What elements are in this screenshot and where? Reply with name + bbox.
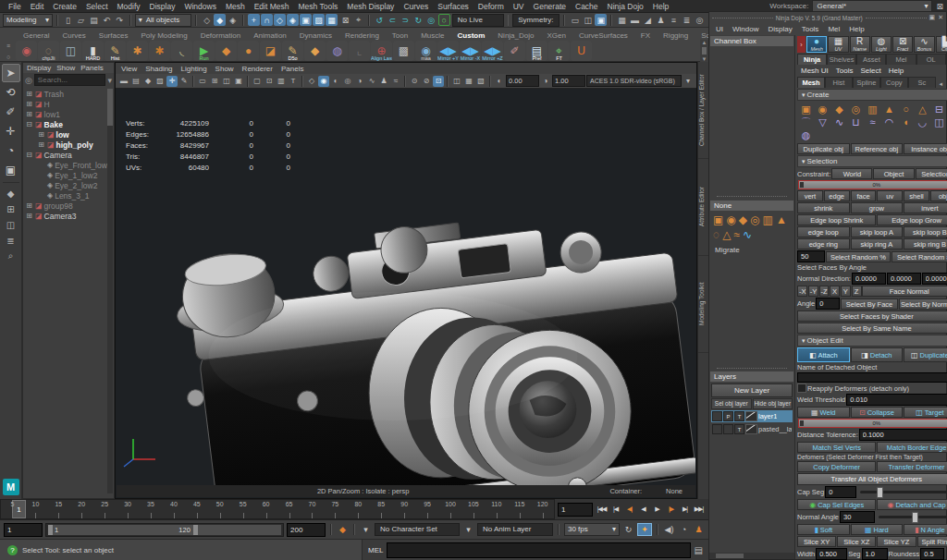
snapshot-icon[interactable]: ▦ xyxy=(463,76,474,87)
live-surface-field[interactable]: No Live Surface xyxy=(452,14,504,27)
shaded-icon[interactable]: ◉ xyxy=(318,76,329,87)
transfer-all-deformers-button[interactable]: Transfer All Object Deformers xyxy=(797,473,947,485)
create-stack-icon[interactable]: ⊟ xyxy=(933,103,945,115)
frame-tick[interactable]: 75 xyxy=(324,500,347,518)
create-bow-icon[interactable]: ◡ xyxy=(916,116,929,128)
layers-header[interactable]: Layers xyxy=(710,371,793,382)
snap-grid-icon[interactable]: + xyxy=(248,14,260,26)
pin-shelf-icon[interactable]: ◟ xyxy=(171,41,192,61)
create-mountain-icon[interactable]: ▽ xyxy=(817,116,829,128)
outliner-item[interactable]: Lens_3_1 xyxy=(25,190,114,201)
mesh-menu-item[interactable]: Help xyxy=(889,67,904,75)
shelf-tab[interactable]: Toon xyxy=(386,31,414,40)
shelf-tab[interactable]: Rigging xyxy=(657,31,695,40)
four-pane-layout-button[interactable]: ⊞ xyxy=(2,201,20,216)
open-scene-icon[interactable]: ▱ xyxy=(75,14,87,26)
outliner-item[interactable]: ⊞ low1 xyxy=(25,109,114,119)
play-backwards-button[interactable]: ◀ xyxy=(636,503,650,517)
angle-field[interactable] xyxy=(816,298,840,310)
new-layer-button[interactable]: New Layer xyxy=(711,383,793,397)
viewport-menu-item[interactable]: Renderer xyxy=(242,65,273,73)
sidebar-vertical-tab[interactable]: Channel Box / Layer Editor xyxy=(698,62,708,159)
rotate-tool[interactable]: ◔ xyxy=(2,141,20,160)
mesh-sub-tab[interactable]: Spline xyxy=(853,77,880,88)
lasso-tool[interactable]: ⟲ xyxy=(2,83,20,102)
grease-pencil-icon[interactable]: ✎ xyxy=(178,76,190,87)
new-scene-icon[interactable]: ▯ xyxy=(62,14,74,26)
create-plane-icon[interactable]: ◫ xyxy=(933,116,945,128)
evaluation-graph-icon[interactable]: ◢ xyxy=(642,14,654,26)
stereo-icon[interactable]: ◫ xyxy=(451,76,462,87)
component-mode-button[interactable]: edge xyxy=(824,190,850,201)
output-connections-icon[interactable]: ⊃ xyxy=(400,14,412,26)
menu-item[interactable]: Mesh Tools xyxy=(294,2,343,11)
shelf-scrollbar[interactable]: ▲▼ xyxy=(700,40,708,62)
shelf-tab[interactable]: Deformation xyxy=(194,31,248,40)
selection-section-header[interactable]: Selection xyxy=(797,155,947,167)
outliner-menu-item[interactable]: Show xyxy=(56,64,75,72)
slice-button[interactable]: Split Ring xyxy=(917,536,947,547)
outliner-item[interactable]: ⊞ low xyxy=(25,129,114,140)
weld-action-button[interactable]: ⊡ Collapse xyxy=(851,407,904,418)
ft-shelf-icon[interactable]: ⌖ FT xyxy=(548,41,570,61)
create-action-button[interactable]: Duplicate obj xyxy=(797,143,850,154)
symmetry-field[interactable]: Symmetry: Off xyxy=(512,14,560,27)
menu-item[interactable]: File xyxy=(4,2,26,11)
slider-handle[interactable] xyxy=(912,512,918,523)
create-arc-icon[interactable]: ⌒ xyxy=(800,116,812,128)
expand-toggle-icon[interactable]: ⊟ xyxy=(25,120,33,128)
viewport-camera-icon[interactable]: ▬ xyxy=(118,76,129,87)
edge-softness-button[interactable]: ▮ N Angle xyxy=(904,524,947,535)
constraint-button[interactable]: Selection xyxy=(916,168,947,179)
menu-item[interactable]: Create xyxy=(48,2,81,11)
image-plane-icon[interactable]: ▨ xyxy=(154,76,166,87)
isolate-select-icon[interactable]: ⊡ xyxy=(433,76,444,87)
timeline-ruler[interactable]: 1 51015202530354045505560657075808590951… xyxy=(0,499,555,519)
expand-toggle-icon[interactable]: ⊞ xyxy=(37,130,45,139)
slice-button[interactable]: Slice XZ xyxy=(837,536,876,547)
create-ring-icon[interactable]: ○ xyxy=(900,103,912,115)
menu-item[interactable]: Cache xyxy=(571,2,603,11)
single-pane-icon[interactable]: ▭ xyxy=(197,76,208,87)
edge-loop-button[interactable]: edge loop xyxy=(797,226,850,237)
component-mode-button[interactable]: face xyxy=(851,190,877,201)
step-back-key-button[interactable]: ◀| xyxy=(622,503,636,517)
migrate-sphere-icon[interactable]: ◉ xyxy=(726,214,735,226)
fps-select[interactable]: 30 fps▾ xyxy=(564,523,620,536)
ninja-menu-item[interactable]: Window xyxy=(732,25,758,33)
deformer-button[interactable]: Transfer Deformer xyxy=(877,461,947,472)
create-sphere-icon[interactable]: ◉ xyxy=(817,103,829,115)
layer-row[interactable]: P T layer1 xyxy=(711,410,793,422)
migrate-stack-icon[interactable]: ≈ xyxy=(733,229,740,241)
hud-toggle-icon[interactable]: T xyxy=(288,76,299,87)
create-ripple-icon[interactable]: ≈ xyxy=(867,116,879,128)
layer-visibility-toggle[interactable] xyxy=(712,411,722,421)
snap-together-icon[interactable]: ▦ xyxy=(326,14,338,26)
random-percent-field[interactable] xyxy=(797,250,825,262)
outliner-item[interactable]: Eye_1_low2 xyxy=(25,170,114,180)
uv-mode-icon[interactable]: ▦ UV xyxy=(828,36,848,53)
construction-history-icon[interactable]: ↻ xyxy=(412,14,424,26)
gate-mask-icon[interactable]: ▥ xyxy=(276,76,287,87)
layer-display-toggle[interactable]: T xyxy=(734,424,744,434)
diamond-shelf-icon[interactable]: ◆ xyxy=(304,41,326,61)
layer-color-swatch[interactable] xyxy=(745,424,757,434)
paint-select-tool[interactable]: ✐ xyxy=(2,103,20,121)
tab-scroll-left-icon[interactable]: ◂ xyxy=(936,80,946,88)
migrate-target-header[interactable]: None xyxy=(710,201,793,211)
select-hierarchy-icon[interactable]: ◇ xyxy=(201,14,213,26)
exposure-field[interactable] xyxy=(506,75,539,87)
light-mode-icon[interactable]: ◍ Light xyxy=(871,36,892,53)
axis-button[interactable]: -Z xyxy=(819,286,830,297)
menu-item[interactable]: UV xyxy=(509,2,529,11)
brush-shelf-icon[interactable]: ✐ xyxy=(504,41,525,61)
shelf-tab[interactable]: Custom xyxy=(451,31,492,40)
frame-tick[interactable]: 95 xyxy=(416,500,439,518)
selection-grow-button[interactable]: invert xyxy=(904,202,947,213)
mesh-menu-item[interactable]: Select xyxy=(860,67,880,75)
frame-tick[interactable]: 105 xyxy=(461,500,485,518)
save-scene-icon[interactable]: ▤ xyxy=(88,14,100,26)
shelf-tab[interactable]: General xyxy=(17,31,55,40)
migrate-barrel-icon[interactable]: ▥ xyxy=(763,214,773,226)
pref-shelf-icon[interactable]: ▤ Pref xyxy=(526,41,547,61)
